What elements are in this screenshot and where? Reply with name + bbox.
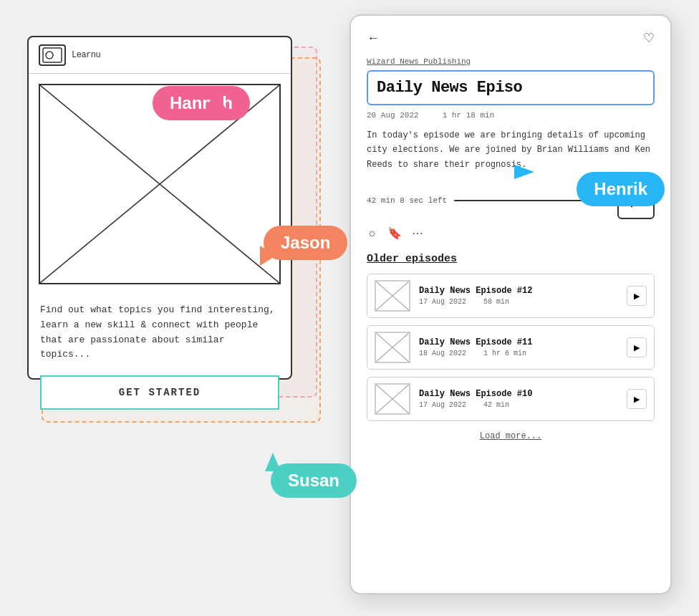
ep-title-1: Daily News Episode #12 [419,286,618,296]
nav-bar: ← ♡ [367,30,655,46]
episode-title-box[interactable]: Daily News Episo [367,70,655,105]
ep-meta-3: 17 Aug 2022 42 min [419,401,618,409]
henrik-arrow-icon [514,165,534,182]
back-button[interactable]: ← [367,31,380,46]
ep-play-button-2[interactable]: ▶ [627,337,647,357]
episode-meta: 20 Aug 2022 1 hr 18 min [367,111,655,120]
episode-item: Daily News Episode #12 17 Aug 2022 58 mi… [367,274,655,318]
svg-marker-6 [514,165,534,179]
ep-play-button-1[interactable]: ▶ [627,286,647,306]
bookmark-icon[interactable]: 🔖 [387,226,402,240]
time-left-label: 42 min 8 sec left [367,196,447,205]
episode-info: Daily News Episode #11 18 Aug 2022 1 hr … [419,337,618,357]
speed-icon[interactable]: ☼ [367,226,377,240]
episode-thumbnail [375,332,410,363]
svg-marker-5 [260,246,276,266]
action-icons-row: ☼ 🔖 ⋯ [367,226,655,240]
episode-title: Daily News Episo [377,79,645,97]
svg-point-1 [46,52,53,59]
episode-thumbnail [375,280,410,312]
episode-description: In today's episode we are bringing detai… [367,128,655,172]
load-more-button[interactable]: Load more... [367,431,655,441]
episode-item: Daily News Episode #10 17 Aug 2022 42 mi… [367,377,655,421]
episode-item: Daily News Episode #11 18 Aug 2022 1 hr … [367,325,655,370]
publisher-label: Wizard News Publishing [367,57,655,66]
more-icon[interactable]: ⋯ [412,226,423,240]
logo-label: Learnu [72,50,100,60]
susan-arrow-icon [265,453,281,474]
older-episodes-title: Older episodes [367,253,655,265]
susan-bubble: Susan [271,463,357,498]
scene: Learnu Find out what topics you find int… [27,14,672,602]
card-header: Learnu [29,37,291,74]
svg-marker-4 [205,92,226,110]
jason-arrow-icon [260,246,276,269]
ep-title-2: Daily News Episode #11 [419,337,618,347]
svg-marker-7 [265,453,281,471]
ep-meta-1: 17 Aug 2022 58 min [419,298,618,306]
episode-list: Daily News Episode #12 17 Aug 2022 58 mi… [367,274,655,421]
henrik-bubble: Henrik [577,172,665,206]
ep-play-button-3[interactable]: ▶ [627,389,647,409]
episode-info: Daily News Episode #12 17 Aug 2022 58 mi… [419,286,618,306]
ep-title-3: Daily News Episode #10 [419,389,618,399]
get-started-button[interactable]: GET STARTED [40,375,279,410]
ep-meta-2: 18 Aug 2022 1 hr 6 min [419,350,618,357]
episode-info: Daily News Episode #10 17 Aug 2022 42 mi… [419,389,618,409]
right-card: ← ♡ Wizard News Publishing Daily News Ep… [350,14,672,595]
hannah-arrow-icon [205,92,226,112]
favorite-button[interactable]: ♡ [643,30,655,46]
logo-box [39,44,66,66]
card-description: Find out what topics you find interestin… [29,294,291,368]
episode-thumbnail [375,383,410,415]
jason-bubble: Jason [264,226,347,260]
hannah-bubble: Hannah [153,86,250,120]
left-card: Learnu Find out what topics you find int… [27,36,292,380]
